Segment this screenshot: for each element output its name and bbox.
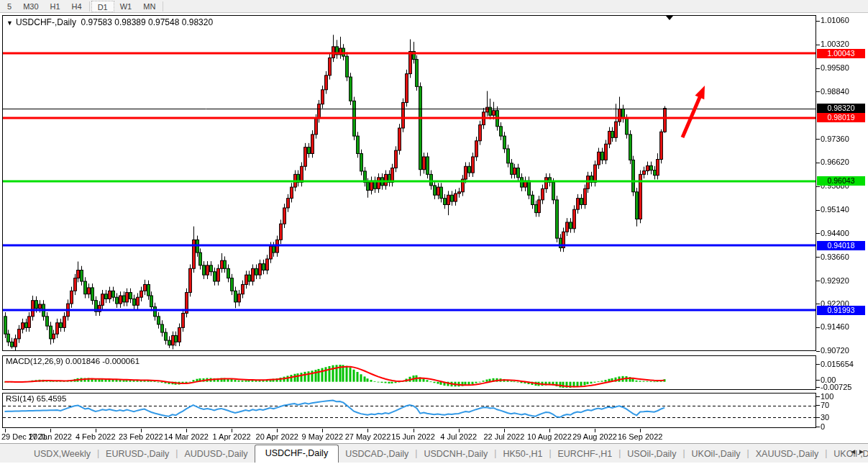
chart-tab-usdx[interactable]: USDX,Weekly	[27, 446, 97, 463]
toolbar-separator	[89, 1, 90, 12]
scroll-to-end-marker-icon[interactable]	[666, 16, 673, 20]
chart-tab-usdcnh[interactable]: USDCNH-,Daily	[417, 446, 494, 463]
price-axis-label: 0.98840	[821, 87, 849, 96]
date-axis-label: 15 Jun 2022	[391, 432, 435, 441]
price-axis-label: 0.92920	[821, 276, 849, 285]
macd-axis-label: -0.00725	[821, 383, 851, 391]
timeframe-button-m30[interactable]: M30	[17, 1, 44, 12]
rsi-axis-label: 30	[821, 413, 829, 422]
rsi-label: RSI(14) 65.4595	[6, 394, 66, 403]
chart-tab-usdcad[interactable]: USDCAD-,Daily	[339, 446, 415, 463]
timeframe-button-h1[interactable]: H1	[45, 1, 66, 12]
chart-tab-hk50[interactable]: HK50-,H1	[496, 446, 549, 463]
price-axis-label: 1.00320	[821, 40, 849, 48]
toolbar-separator	[163, 1, 163, 12]
macd-axis-label: 0.015654	[821, 360, 854, 368]
chart-tab-eurchf[interactable]: EURCHF-,H1	[552, 446, 619, 463]
price-axis-label: 0.90720	[821, 346, 849, 355]
chart-tab-ukoil[interactable]: UKOil-,Daily	[685, 446, 747, 463]
date-axis-label: 4 Feb 2022	[76, 432, 116, 441]
price-axis-label: 0.93660	[821, 253, 849, 261]
chart-menu-triangle-icon[interactable]: ▼	[6, 19, 13, 27]
main-chart-panel[interactable]	[2, 15, 816, 351]
date-axis-label: 20 Apr 2022	[256, 432, 298, 441]
timeframe-button-5[interactable]: 5	[1, 1, 17, 12]
date-axis-label: 22 Jul 2022	[483, 432, 524, 441]
date-axis-label: 4 Jul 2022	[440, 432, 477, 441]
timeframe-button-w1[interactable]: W1	[114, 1, 138, 12]
price-axis-label: 0.95140	[821, 205, 849, 214]
date-axis-label: 1 Apr 2022	[212, 432, 250, 441]
timeframe-button-h4[interactable]: H4	[66, 1, 88, 12]
chart-tab-usoil[interactable]: USOil-,Daily	[621, 446, 682, 463]
chart-tab-eurusd[interactable]: EURUSD-,Daily	[99, 446, 175, 463]
timeframe-button-mn[interactable]: MN	[137, 1, 161, 12]
price-axis-label: 0.97360	[821, 135, 849, 143]
chart-tab-bar: USDX,Weekly|EURUSD-,Daily|AUDUSD-,DailyU…	[0, 443, 868, 463]
price-level-box: 0.94018	[817, 241, 865, 250]
timeframe-button-d1[interactable]: D1	[91, 1, 114, 12]
rsi-axis-label: 70	[821, 401, 829, 409]
rsi-indicator-panel[interactable]	[2, 393, 816, 428]
chart-title: ▼USDCHF-,Daily 0.97583 0.98389 0.97548 0…	[6, 17, 213, 27]
chart-tab-audusd[interactable]: AUDUSD-,Daily	[178, 446, 254, 463]
chart-tab-xauusd[interactable]: XAUUSD-,Daily	[749, 446, 826, 463]
chart-tab-usdchf[interactable]: USDCHF-,Daily	[255, 445, 339, 463]
macd-label: MACD(12,26,9) 0.001846 -0.000061	[6, 357, 140, 365]
date-axis-label: 9 May 2022	[302, 432, 343, 441]
date-axis-label: 16 Sep 2022	[618, 432, 662, 441]
price-level-box: 0.98320	[817, 104, 865, 113]
price-level-box: 1.00043	[817, 49, 865, 58]
chart-ohlc-values: 0.97583 0.98389 0.97548 0.98320	[81, 17, 214, 27]
price-level-box: 0.91993	[817, 306, 865, 315]
price-axis-label: 0.91460	[821, 322, 849, 331]
price-axis-label: 0.99580	[821, 63, 849, 72]
tab-scroll-right-icon[interactable]: ►	[858, 447, 867, 455]
date-axis-label: 23 Feb 2022	[119, 432, 163, 441]
tab-scroll-left-icon[interactable]: ◄	[849, 447, 858, 455]
timeframe-toolbar: 5M30H1H4D1W1MN	[0, 0, 868, 13]
date-axis-label: 14 Mar 2022	[164, 432, 209, 441]
price-level-box: 0.96043	[817, 176, 865, 186]
date-axis-label: 27 May 2022	[345, 432, 391, 441]
date-axis-label: 29 Aug 2022	[572, 432, 617, 441]
price-axis-label: 0.94400	[821, 229, 849, 237]
rsi-axis-label: 0	[821, 422, 825, 431]
date-axis-label: 10 Aug 2022	[527, 432, 572, 441]
date-axis-label: 17 Jan 2022	[28, 432, 72, 441]
chart-symbol-label: USDCHF-,Daily	[16, 17, 76, 27]
tab-scroll-arrows[interactable]: ◄►	[849, 447, 867, 455]
price-level-box: 0.98019	[817, 113, 865, 122]
rsi-axis-label: 100	[821, 392, 833, 401]
price-axis-label: 0.96620	[821, 158, 849, 166]
price-axis-label: 1.01060	[821, 16, 849, 24]
